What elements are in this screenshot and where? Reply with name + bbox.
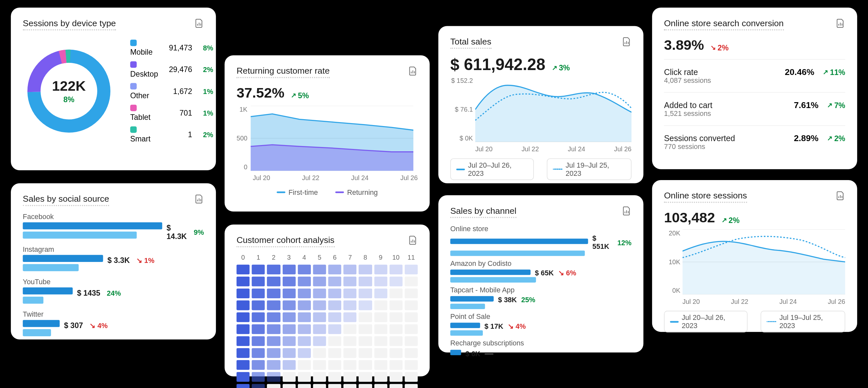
card-title: Customer cohort analysis	[237, 235, 334, 247]
line-chart	[475, 77, 631, 142]
device-legend-row: Desktop29,4762%	[125, 59, 219, 80]
bar-row: Facebook $ 14.3K9%	[23, 213, 204, 239]
metric-value: $ 611,942.28	[451, 55, 546, 74]
card-title: Online store search conversion	[664, 18, 783, 30]
legend-first-time: First-time	[275, 187, 320, 197]
legend-current-period: Jul 20–Jul 26, 2023	[664, 311, 747, 332]
device-legend-row: Smart12%	[125, 124, 219, 146]
conversion-row: Click rate4,087 sessions 20.46%↗11%	[664, 59, 845, 92]
donut-delta: 8%	[64, 95, 75, 104]
card-returning-rate: Returning customer rate 37.52% ↗5% 1K 50…	[225, 55, 430, 212]
card-sales-by-channel: Sales by channel Online store$ 551K12%Am…	[438, 195, 643, 352]
bar-row: YouTube $ 143524%	[23, 278, 204, 304]
card-title: Returning customer rate	[237, 66, 330, 78]
card-title: Sales by channel	[451, 206, 517, 218]
device-legend-row: Other1,6721%	[125, 80, 219, 102]
legend-current-period: Jul 20–Jul 26, 2023	[451, 159, 534, 180]
bar-row: Instagram $ 3.3K↘ 1%	[23, 245, 204, 271]
card-total-sales: Total sales $ 611,942.28 ↗3% $ 152.2 $ 7…	[438, 26, 643, 183]
report-icon[interactable]	[836, 191, 845, 201]
cohort-heatmap	[237, 264, 417, 388]
report-icon[interactable]	[622, 37, 631, 47]
report-icon[interactable]	[836, 18, 845, 28]
donut-chart: 122K 8%	[23, 45, 115, 137]
device-legend-row: Tablet7011%	[125, 102, 219, 124]
metric-delta: ↗3%	[552, 64, 570, 72]
bar-row: Recharge subscriptions$ 6K—	[451, 339, 631, 359]
legend-returning: Returning	[333, 187, 380, 197]
conversion-row: Added to cart1,521 sessions 7.61%↗7%	[664, 92, 845, 125]
card-store-sessions: Online store sessions 103,482 ↗2% 20K 10…	[652, 180, 857, 332]
metric-value: 3.89%	[664, 37, 704, 54]
area-chart	[251, 106, 413, 171]
bar-row: Twitter $ 307↘ 4%	[23, 310, 204, 336]
card-title: Total sales	[451, 37, 491, 49]
line-chart	[683, 229, 845, 295]
conversion-row: Sessions converted770 sessions 2.89%↗2%	[664, 125, 845, 159]
card-cohort-analysis: Customer cohort analysis 01234567891011 …	[225, 225, 430, 377]
card-title: Sessions by device type	[23, 18, 116, 30]
metric-delta: ↗2%	[721, 216, 740, 225]
report-icon[interactable]	[194, 194, 204, 204]
metric-value: 37.52%	[237, 85, 284, 101]
legend-previous-period: Jul 19–Jul 25, 2023	[761, 311, 845, 332]
report-icon[interactable]	[408, 235, 418, 245]
report-icon[interactable]	[194, 18, 204, 28]
bar-row: Point of Sale$ 17K↘ 4%	[451, 312, 631, 335]
card-sales-by-social: Sales by social source Facebook $ 14.3K9…	[11, 183, 216, 340]
card-search-conversion: Online store search conversion 3.89% ↘2%…	[652, 7, 857, 169]
card-title: Sales by social source	[23, 194, 110, 206]
card-sessions-by-device: Sessions by device type 122K 8% Mobile91…	[11, 7, 216, 170]
report-icon[interactable]	[622, 206, 631, 216]
bar-row: Tapcart - Mobile App$ 38K25%	[451, 286, 631, 309]
legend-previous-period: Jul 19–Jul 25, 2023	[547, 159, 631, 180]
metric-delta: ↗5%	[291, 91, 309, 100]
card-title: Online store sessions	[664, 191, 747, 203]
report-icon[interactable]	[408, 66, 418, 76]
device-legend-table: Mobile91,4738%Desktop29,4762%Other1,6721…	[125, 37, 219, 146]
donut-total: 122K	[52, 78, 86, 95]
metric-value: 103,482	[664, 209, 715, 226]
bar-row: Online store$ 551K12%	[451, 225, 631, 256]
bar-row: Amazon by Codisto$ 65K↘ 6%	[451, 259, 631, 283]
device-legend-row: Mobile91,4738%	[125, 37, 219, 59]
metric-delta: ↘2%	[710, 43, 728, 53]
